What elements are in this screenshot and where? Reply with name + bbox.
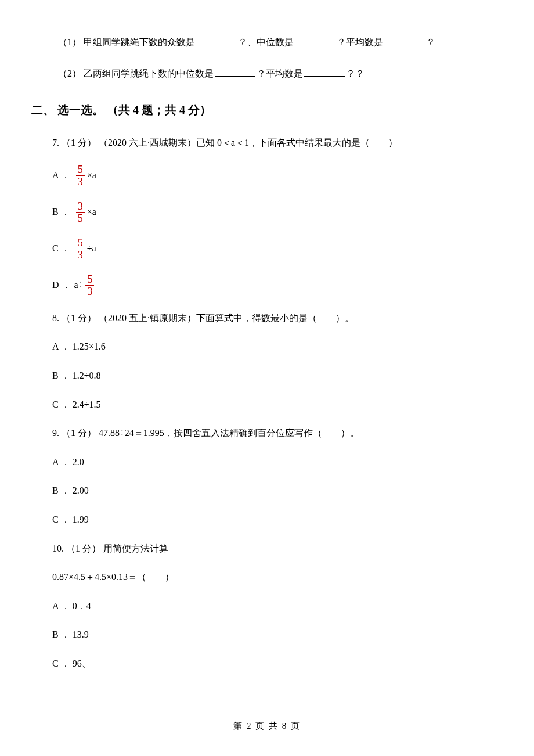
- sq1-mid1: ？、中位数是: [238, 37, 294, 47]
- q7-option-b: B ． 3 5 ×a: [52, 201, 482, 224]
- q8-option-b: B ． 1.2÷0.8: [52, 368, 482, 383]
- q9-option-a: A ． 2.0: [52, 455, 482, 470]
- q10-option-a: A ． 0．4: [52, 599, 482, 614]
- fraction-icon: 5 3: [76, 237, 85, 260]
- option-label: C ．: [52, 241, 70, 256]
- sq1-mid2: ？平均数是: [337, 37, 383, 47]
- option-label: A ．: [52, 168, 70, 183]
- fraction-denominator: 5: [76, 212, 85, 224]
- option-label: D ．: [52, 278, 71, 293]
- q10-option-c: C ． 96、: [52, 656, 482, 671]
- sub-question-1: （1） 甲组同学跳绳下数的众数是？、中位数是？平均数是？: [58, 35, 482, 50]
- section-2-heading: 二、 选一选。 （共 4 题；共 4 分）: [31, 100, 482, 119]
- question-8-stem: 8. （1 分） （2020 五上·镇原期末）下面算式中，得数最小的是（ ）。: [52, 311, 482, 326]
- q7-option-a: A ． 5 3 ×a: [52, 164, 482, 187]
- fraction-denominator: 3: [76, 249, 85, 260]
- fraction-numerator: 5: [76, 164, 85, 175]
- sq2-suffix: ？？: [346, 69, 365, 78]
- q7-option-c: C ． 5 3 ÷a: [52, 237, 482, 260]
- option-tail: ×a: [87, 168, 96, 183]
- option-pre: a÷: [74, 278, 84, 293]
- q9-option-b: B ． 2.00: [52, 483, 482, 498]
- fraction-icon: 5 3: [85, 274, 94, 297]
- option-tail: ÷a: [87, 241, 96, 256]
- sq2-prefix: （2） 乙两组同学跳绳下数的中位数是: [58, 69, 214, 78]
- blank: [196, 36, 237, 45]
- fraction-numerator: 5: [76, 237, 85, 249]
- fraction-denominator: 3: [85, 285, 94, 297]
- fraction-numerator: 3: [76, 201, 85, 212]
- fraction-icon: 5 3: [76, 164, 85, 187]
- sq1-suffix: ？: [426, 37, 435, 47]
- q8-option-a: A ． 1.25×1.6: [52, 339, 482, 354]
- q10-option-b: B ． 13.9: [52, 627, 482, 642]
- sq2-mid1: ？平均数是: [257, 69, 303, 78]
- fraction-denominator: 3: [76, 175, 85, 187]
- blank: [304, 67, 345, 77]
- question-7-stem: 7. （1 分） （2020 六上·西城期末）已知 0＜a＜1，下面各式中结果最…: [52, 135, 482, 150]
- option-tail: ×a: [87, 204, 96, 219]
- fraction-icon: 3 5: [76, 201, 85, 224]
- sq1-prefix: （1） 甲组同学跳绳下数的众数是: [58, 37, 195, 47]
- page-footer: 第 2 页 共 8 页: [0, 719, 534, 733]
- q8-option-c: C ． 2.4÷1.5: [52, 397, 482, 412]
- q7-option-d: D ． a÷ 5 3: [52, 274, 482, 297]
- q9-option-c: C ． 1.99: [52, 512, 482, 527]
- sub-question-2: （2） 乙两组同学跳绳下数的中位数是？平均数是？？: [58, 66, 482, 81]
- fraction-numerator: 5: [85, 274, 94, 285]
- page-content: （1） 甲组同学跳绳下数的众数是？、中位数是？平均数是？ （2） 乙两组同学跳绳…: [0, 0, 534, 671]
- blank: [215, 67, 255, 77]
- question-10-expr: 0.87×4.5＋4.5×0.13＝（ ）: [52, 570, 482, 585]
- blank: [295, 36, 335, 45]
- question-9-stem: 9. （1 分） 47.88÷24＝1.995，按四舍五入法精确到百分位应写作（…: [52, 426, 482, 441]
- question-10-stem: 10. （1 分） 用简便方法计算: [52, 541, 482, 556]
- option-label: B ．: [52, 204, 70, 219]
- blank: [384, 36, 425, 45]
